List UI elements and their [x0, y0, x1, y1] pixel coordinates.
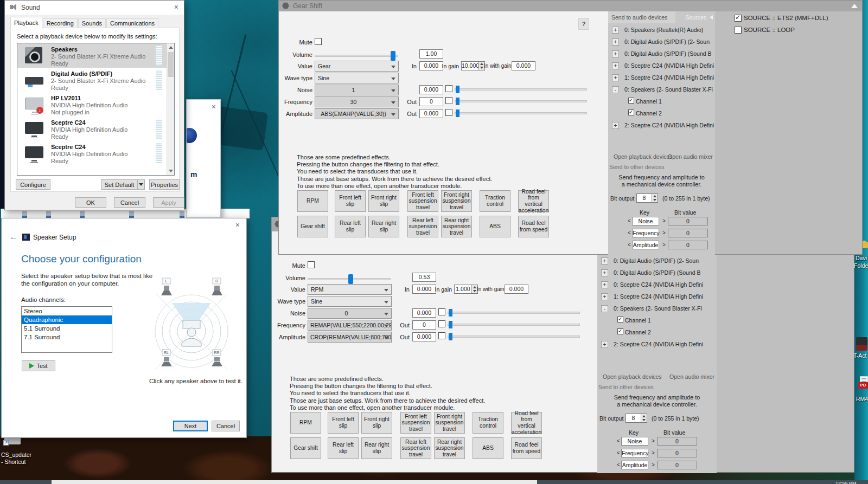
speaker-rear-right[interactable]: RR: [212, 350, 222, 366]
expander-button[interactable]: +: [612, 74, 619, 81]
desktop-label-folde[interactable]: Folde: [854, 262, 868, 269]
playback-device-row[interactable]: Sceptre C24NVIDIA High Definition AudioR…: [17, 141, 174, 165]
expander-button[interactable]: +: [612, 50, 619, 57]
channel-checkbox[interactable]: ✓: [617, 328, 623, 334]
panel-device-row[interactable]: +2: Sceptre C24 (NVIDIA High Defini: [608, 120, 715, 132]
panel-device-row[interactable]: +0: Sceptre C24 (NVIDIA High Defini: [608, 60, 715, 72]
taskbar-clock[interactable]: 12:55 PM: [835, 480, 867, 484]
source-loop-checkbox[interactable]: [735, 27, 742, 34]
effect-button[interactable]: Road feel from speed: [511, 437, 542, 459]
tab-sounds[interactable]: Sounds: [78, 18, 106, 28]
panel-device-row[interactable]: -0: Speakers (2- Sound Blaster X-Fi: [608, 84, 715, 96]
panel-device-row[interactable]: +1: Sceptre C24 (NVIDIA High Defini: [608, 72, 715, 84]
set-default-dropdown-button[interactable]: [137, 179, 145, 190]
effect-button[interactable]: Gear shift: [297, 216, 328, 237]
expander-button[interactable]: +: [601, 341, 608, 348]
scroll-down-icon[interactable]: [169, 170, 173, 172]
key-prev-arrow[interactable]: <: [617, 438, 620, 444]
effect-button[interactable]: Front left suspension travel: [407, 190, 438, 212]
key-next-arrow[interactable]: >: [652, 450, 655, 456]
desktop-label-cs-shortcut[interactable]: - Shortcut: [1, 459, 39, 465]
set-default-button[interactable]: Set Default: [101, 179, 138, 190]
listbox-item-5-1[interactable]: 5.1 Surround: [22, 324, 112, 333]
effect-button[interactable]: Gear shift: [290, 437, 321, 459]
effect-button[interactable]: RPM: [290, 412, 321, 434]
expander-button[interactable]: +: [612, 27, 619, 34]
expander-button[interactable]: +: [612, 62, 619, 69]
close-icon[interactable]: ×: [235, 221, 240, 229]
tab-playback[interactable]: Playback: [10, 17, 42, 28]
effect-button[interactable]: Road feel from vertical acceleration: [511, 412, 542, 434]
effect-button[interactable]: Rear right slip: [368, 216, 399, 237]
listbox-item-7-1[interactable]: 7.1 Surround: [22, 333, 112, 341]
scroll-up-icon[interactable]: [169, 46, 173, 49]
effect-button[interactable]: Front left slip: [335, 190, 366, 212]
ok-button[interactable]: OK: [75, 197, 106, 208]
properties-button[interactable]: Properties: [149, 179, 180, 190]
expander-button[interactable]: +: [601, 293, 608, 300]
effect-button[interactable]: Front right suspension travel: [441, 190, 472, 212]
taskbar-app-segment[interactable]: [52, 480, 537, 484]
effect-button[interactable]: Rear left suspension travel: [407, 216, 438, 237]
open-audio-mixer-link[interactable]: Open audio mixer: [668, 153, 713, 160]
listbox-item-stereo[interactable]: Stereo: [22, 307, 112, 315]
expander-button[interactable]: +: [601, 257, 608, 264]
spinner-buttons[interactable]: [652, 194, 658, 202]
effect-button[interactable]: ABS: [480, 216, 510, 237]
effect-button[interactable]: Front right slip: [368, 190, 399, 212]
effect-button[interactable]: Front left suspension travel: [400, 412, 431, 434]
playback-device-row[interactable]: Digital Audio (S/PDIF)2- Sound Blaster X…: [17, 68, 174, 92]
tab-recording[interactable]: Recording: [43, 18, 78, 28]
effect-button[interactable]: Traction control: [480, 190, 510, 212]
bit-output-spinner[interactable]: 8: [636, 193, 658, 203]
key-prev-arrow[interactable]: <: [628, 242, 631, 248]
key-prev-arrow[interactable]: <: [617, 462, 620, 468]
effect-button[interactable]: Front right suspension travel: [434, 412, 465, 434]
key-next-arrow[interactable]: >: [652, 462, 655, 468]
panel-device-row[interactable]: +2: Sceptre C24 (NVIDIA High Defini: [597, 339, 717, 351]
playback-device-row[interactable]: Sceptre C24NVIDIA High Definition AudioR…: [17, 117, 174, 141]
test-button[interactable]: Test: [22, 360, 55, 371]
tab-sources[interactable]: Sources: [677, 11, 715, 23]
expander-button[interactable]: +: [601, 281, 608, 288]
key-box[interactable]: Noise: [621, 437, 648, 446]
key-box[interactable]: Frequency: [632, 229, 659, 237]
effect-button[interactable]: ABS: [473, 437, 503, 459]
expander-button[interactable]: -: [601, 305, 608, 312]
desktop-label-rm4[interactable]: RM4: [856, 396, 868, 402]
desktop-label-davi[interactable]: Davi: [856, 255, 868, 261]
close-icon[interactable]: ×: [174, 3, 178, 11]
panel-channel-row[interactable]: ✓Channel 2: [597, 327, 717, 339]
expander-button[interactable]: -: [612, 86, 619, 93]
effect-button[interactable]: Front right slip: [361, 412, 392, 434]
cancel-button[interactable]: Cancel: [212, 421, 240, 431]
taskbar[interactable]: 12:55 PM: [0, 480, 868, 484]
panel-device-row[interactable]: -0: Speakers (2- Sound Blaster X-Fi: [597, 303, 717, 315]
panel-device-row[interactable]: +0: Sceptre C24 (NVIDIA High Defini: [597, 279, 717, 291]
expander-button[interactable]: +: [612, 38, 619, 46]
key-box[interactable]: Frequency: [621, 449, 648, 457]
playback-device-row[interactable]: ↓HP LV2011NVIDIA High Definition AudioNo…: [17, 92, 174, 117]
scrollbar-thumb[interactable]: [168, 52, 174, 77]
panel-device-row[interactable]: +0: Digital Audio (S/PDIF) (Sound B: [608, 48, 715, 60]
panel-device-row[interactable]: +0: Digital Audio (S/PDIF) (2- Soun: [608, 36, 715, 48]
effect-button[interactable]: Road feel from speed: [518, 216, 549, 237]
key-next-arrow[interactable]: >: [662, 218, 666, 224]
panel-device-row[interactable]: +1: Sceptre C24 (NVIDIA High Defini: [597, 291, 717, 303]
desktop-label-t-act[interactable]: T-Act: [853, 352, 868, 359]
desktop-label-cs-updater[interactable]: CS_updater: [1, 451, 39, 458]
tab-communications[interactable]: Communications: [106, 18, 158, 28]
panel-device-row[interactable]: +0: Digital Audio (S/PDIF) (2- Soun: [597, 255, 717, 267]
speaker-configuration-diagram[interactable]: L R RL RR: [142, 275, 241, 375]
expander-button[interactable]: +: [601, 269, 608, 276]
open-audio-mixer-link[interactable]: Open audio mixer: [669, 373, 714, 380]
bit-output-spinner[interactable]: 8: [626, 414, 647, 423]
effect-button[interactable]: Traction control: [473, 412, 503, 434]
panel-channel-row[interactable]: ✓Channel 1: [608, 96, 715, 108]
effect-button[interactable]: Rear left slip: [328, 437, 359, 459]
key-next-arrow[interactable]: >: [652, 438, 655, 444]
close-icon[interactable]: ×: [212, 103, 216, 111]
open-playback-devices-link[interactable]: Open playback devices: [614, 153, 673, 160]
scrollbar[interactable]: [167, 43, 174, 175]
next-button[interactable]: Next: [173, 421, 208, 431]
